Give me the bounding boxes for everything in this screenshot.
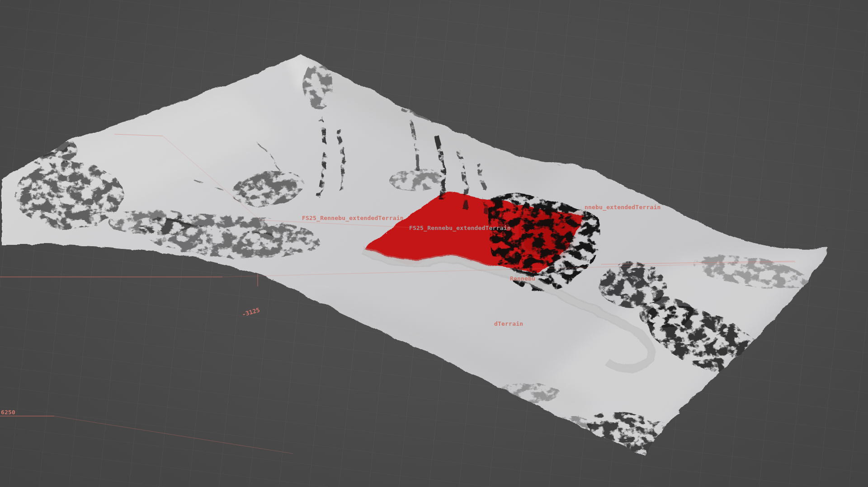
coordinate-label-6250: 6250 [1,409,15,416]
terrain-scene-canvas[interactable] [0,0,868,487]
terrain-mesh[interactable] [0,54,828,464]
viewport-3d[interactable]: FS25_Rennebu_extendedTerrain FS25_Renneb… [0,0,868,487]
object-label-rennebu: Rennebu [510,276,535,282]
object-label-terrain-partial: dTerrain [494,321,523,327]
object-label-extended-terrain-right: nnebu_extendedTerrain [585,204,661,211]
object-label-extended-terrain-left: FS25_Rennebu_extendedTerrain [302,215,404,221]
object-label-extended-terrain-gray: FS25_Rennebu_extendedTerrain [409,225,511,231]
grid-line-bottom-diagonal [54,416,293,454]
